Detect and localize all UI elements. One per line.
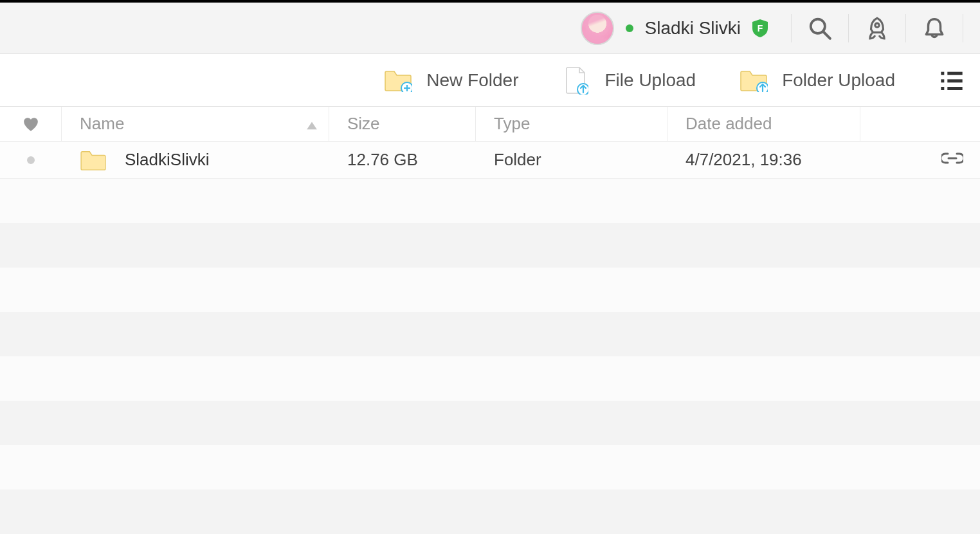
username-label: Sladki Slivki [645, 18, 741, 39]
svg-point-2 [875, 23, 879, 27]
row-favorite[interactable] [0, 142, 62, 178]
favorite-dot-icon [27, 156, 35, 164]
row-actions-cell [860, 142, 980, 178]
file-upload-button[interactable]: File Upload [540, 66, 718, 95]
bell-icon [922, 16, 947, 41]
folder-icon [80, 149, 107, 171]
row-size-cell: 12.76 GB [329, 142, 476, 178]
column-date-label: Date added [685, 114, 772, 134]
sort-asc-icon [307, 114, 317, 134]
empty-row [0, 356, 980, 401]
svg-rect-11 [947, 79, 962, 82]
item-size: 12.76 GB [347, 150, 418, 170]
folder-upload-label: Folder Upload [782, 70, 895, 91]
status-dot-icon [626, 24, 633, 32]
svg-line-1 [823, 32, 830, 39]
folder-upload-button[interactable]: Folder Upload [718, 66, 917, 95]
upgrade-button[interactable] [854, 9, 900, 48]
share-link-button[interactable] [941, 150, 963, 170]
notifications-button[interactable] [911, 9, 957, 48]
svg-rect-10 [941, 79, 944, 82]
column-name[interactable]: Name [62, 107, 329, 141]
column-favorite[interactable] [0, 107, 62, 141]
column-size[interactable]: Size [329, 107, 476, 141]
row-date-cell: 4/7/2021, 19:36 [667, 142, 860, 178]
item-name: SladkiSlivki [125, 150, 210, 170]
empty-row [0, 401, 980, 445]
svg-rect-9 [947, 71, 962, 75]
search-icon [808, 16, 832, 41]
heart-icon [23, 116, 39, 132]
new-folder-icon [384, 66, 412, 95]
row-type-cell: Folder [476, 142, 667, 178]
file-upload-icon [562, 66, 590, 95]
column-type[interactable]: Type [476, 107, 667, 141]
topbar-divider-icon [791, 14, 792, 42]
empty-row [0, 223, 980, 268]
topbar-divider-icon [963, 14, 963, 42]
empty-row [0, 445, 980, 489]
empty-row [0, 179, 980, 223]
column-size-label: Size [347, 114, 380, 134]
empty-row [0, 489, 980, 534]
svg-rect-13 [947, 87, 962, 90]
item-date: 4/7/2021, 19:36 [685, 150, 802, 170]
action-bar: New Folder File Upload Folder Upload [0, 54, 980, 107]
view-toggle-button[interactable] [939, 68, 965, 93]
list-view-icon [939, 68, 965, 93]
table-header: Name Size Type Date added [0, 107, 980, 142]
topbar-divider-icon [848, 14, 849, 42]
topbar-divider-icon [905, 14, 906, 42]
empty-row [0, 268, 980, 312]
link-icon [941, 151, 963, 165]
plan-badge-letter: F [758, 23, 763, 33]
search-button[interactable] [797, 9, 843, 48]
top-bar: Sladki Slivki F [0, 0, 980, 54]
new-folder-button[interactable]: New Folder [362, 66, 540, 95]
column-actions [860, 107, 980, 141]
row-name-cell[interactable]: SladkiSlivki [62, 142, 329, 178]
svg-rect-8 [941, 71, 944, 75]
new-folder-label: New Folder [426, 70, 518, 91]
rocket-icon [865, 16, 889, 41]
user-block[interactable]: Sladki Slivki F [581, 12, 786, 45]
plan-shield-icon: F [752, 19, 768, 37]
svg-rect-12 [941, 87, 944, 90]
item-type: Folder [494, 150, 541, 170]
avatar[interactable] [581, 12, 614, 45]
column-date[interactable]: Date added [667, 107, 860, 141]
column-type-label: Type [494, 114, 530, 134]
table-row[interactable]: SladkiSlivki 12.76 GB Folder 4/7/2021, 1… [0, 142, 980, 179]
folder-upload-icon [740, 66, 768, 95]
file-upload-label: File Upload [604, 70, 696, 91]
column-name-label: Name [80, 114, 124, 134]
empty-row [0, 312, 980, 356]
